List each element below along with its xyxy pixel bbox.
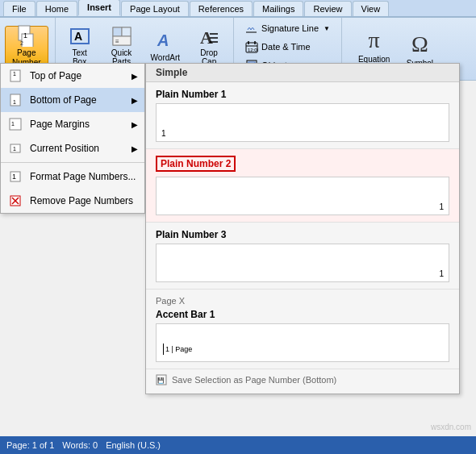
watermark: wsxdn.com bbox=[431, 423, 471, 431]
tab-mailings[interactable]: Mailings bbox=[253, 1, 303, 16]
svg-text:≡: ≡ bbox=[115, 38, 119, 45]
menu-page-margins[interactable]: 1 Page Margins ▶ bbox=[1, 112, 144, 136]
tab-review[interactable]: Review bbox=[304, 1, 351, 16]
menu-current-position[interactable]: 1 Current Position ▶ bbox=[1, 136, 144, 160]
status-lang: English (U.S.) bbox=[106, 440, 161, 450]
status-page: Page: 1 of 1 bbox=[6, 440, 54, 450]
signature-line-arrow: ▼ bbox=[324, 25, 330, 32]
divider-3 bbox=[341, 18, 342, 66]
plain-number-2-label: Plain Number 2 bbox=[156, 156, 236, 172]
menu-format-page-numbers[interactable]: 1 Format Page Numbers... bbox=[1, 165, 144, 189]
svg-text:12:00: 12:00 bbox=[248, 48, 258, 52]
accent-bar-1-item[interactable]: Page X Accent Bar 1 1 | Page bbox=[146, 289, 459, 369]
accent-bar-1-preview: 1 | Page bbox=[156, 323, 449, 362]
remove-page-numbers-icon bbox=[7, 193, 23, 209]
wordart-icon: A bbox=[152, 29, 178, 52]
plain-number-3-item[interactable]: Plain Number 3 1 bbox=[146, 223, 459, 289]
plain-number-3-preview: 1 bbox=[156, 244, 449, 282]
save-footer-icon: 💾 bbox=[156, 374, 167, 385]
current-position-icon: 1 bbox=[7, 140, 23, 156]
bottom-of-page-icon: 1 bbox=[7, 92, 23, 108]
tab-file[interactable]: File bbox=[3, 1, 35, 16]
svg-text:2: 2 bbox=[20, 40, 23, 46]
menu-top-of-page[interactable]: 1 Top of Page ▶ bbox=[1, 64, 144, 88]
menu-remove-page-numbers[interactable]: Remove Page Numbers bbox=[1, 189, 144, 213]
current-position-label: Current Position bbox=[30, 143, 99, 154]
tab-references[interactable]: References bbox=[190, 1, 253, 16]
divider-2 bbox=[233, 18, 234, 66]
submenu-header-label: Simple bbox=[156, 67, 187, 78]
plain-number-1-preview: 1 bbox=[156, 103, 449, 142]
accent-bar-1-value: 1 | Page bbox=[165, 345, 192, 353]
signature-line-button[interactable]: Signature Line ▼ bbox=[242, 20, 333, 36]
accent-bar-1-content: 1 | Page bbox=[163, 344, 192, 355]
drop-cap-icon: A bbox=[196, 26, 222, 47]
format-page-numbers-label: Format Page Numbers... bbox=[30, 171, 136, 182]
svg-rect-8 bbox=[122, 27, 131, 36]
tab-view[interactable]: View bbox=[353, 1, 390, 16]
plain-number-1-label: Plain Number 1 bbox=[156, 89, 449, 100]
submenu-header: Simple bbox=[146, 64, 459, 82]
status-bar: Page: 1 of 1 Words: 0 English (U.S.) bbox=[0, 436, 476, 454]
plain-number-2-preview: 1 bbox=[156, 177, 449, 215]
date-time-label: Date & Time bbox=[261, 42, 311, 52]
svg-text:A: A bbox=[200, 27, 213, 47]
svg-text:A: A bbox=[157, 31, 169, 49]
equation-icon: π bbox=[361, 27, 387, 53]
svg-text:1: 1 bbox=[13, 71, 16, 77]
plain-number-1-value: 1 bbox=[161, 129, 166, 138]
svg-rect-7 bbox=[113, 27, 122, 36]
page-x-section-label: Page X bbox=[156, 296, 449, 306]
page-margins-label: Page Margins bbox=[30, 119, 90, 130]
format-page-numbers-icon: 1 bbox=[7, 169, 23, 185]
date-time-button[interactable]: 12:00 Date & Time bbox=[242, 39, 333, 55]
tab-page-layout[interactable]: Page Layout bbox=[121, 1, 189, 16]
top-of-page-label: Top of Page bbox=[30, 70, 81, 81]
svg-text:1: 1 bbox=[23, 31, 27, 40]
signature-line-icon bbox=[245, 22, 258, 35]
plain-number-3-label: Plain Number 3 bbox=[156, 229, 449, 240]
menu-separator bbox=[1, 162, 144, 163]
bottom-of-page-arrow: ▶ bbox=[132, 96, 138, 105]
plain-number-2-value: 1 bbox=[439, 202, 444, 211]
divider-1 bbox=[55, 18, 56, 66]
status-words: Words: 0 bbox=[62, 440, 98, 450]
symbol-icon: Ω bbox=[407, 31, 432, 57]
svg-text:💾: 💾 bbox=[157, 377, 165, 384]
accent-bar-line bbox=[163, 344, 164, 355]
save-footer-button[interactable]: 💾 Save Selection as Page Number (Bottom) bbox=[146, 369, 459, 390]
top-of-page-icon: 1 bbox=[7, 68, 23, 84]
bottom-of-page-submenu: Simple Plain Number 1 1 Plain Number 2 1… bbox=[145, 63, 460, 394]
save-footer-label: Save Selection as Page Number (Bottom) bbox=[172, 375, 336, 385]
text-box-icon: A bbox=[67, 26, 93, 47]
date-time-icon: 12:00 bbox=[245, 40, 258, 53]
svg-text:1: 1 bbox=[11, 121, 15, 127]
plain-number-3-value: 1 bbox=[439, 269, 444, 278]
svg-text:1: 1 bbox=[13, 146, 16, 152]
bottom-of-page-label: Bottom of Page bbox=[30, 94, 97, 106]
menu-bottom-of-page[interactable]: 1 Bottom of Page ▶ bbox=[1, 88, 144, 112]
page-number-context-menu: 1 Top of Page ▶ 1 Bottom of Page ▶ 1 Pag… bbox=[0, 63, 145, 214]
current-position-arrow: ▶ bbox=[132, 144, 138, 153]
remove-page-numbers-label: Remove Page Numbers bbox=[30, 195, 133, 206]
signature-line-label: Signature Line bbox=[261, 23, 319, 33]
svg-text:1: 1 bbox=[13, 99, 16, 105]
wordart-label: WordArt bbox=[151, 53, 181, 62]
page-margins-arrow: ▶ bbox=[132, 120, 138, 129]
plain-number-1-item[interactable]: Plain Number 1 1 bbox=[146, 82, 459, 149]
tab-home[interactable]: Home bbox=[36, 1, 77, 16]
tab-insert[interactable]: Insert bbox=[78, 0, 120, 16]
quick-parts-icon: ≡ bbox=[109, 26, 135, 47]
ribbon-tab-bar: File Home Insert Page Layout References … bbox=[0, 0, 476, 18]
plain-number-2-item[interactable]: Plain Number 2 1 bbox=[146, 149, 459, 223]
page-number-icon: 1 2 bbox=[14, 24, 40, 47]
svg-text:A: A bbox=[74, 30, 82, 43]
accent-bar-1-label: Accent Bar 1 bbox=[156, 309, 449, 320]
svg-text:1: 1 bbox=[12, 173, 16, 181]
top-of-page-arrow: ▶ bbox=[132, 72, 138, 81]
page-margins-icon: 1 bbox=[7, 116, 23, 132]
